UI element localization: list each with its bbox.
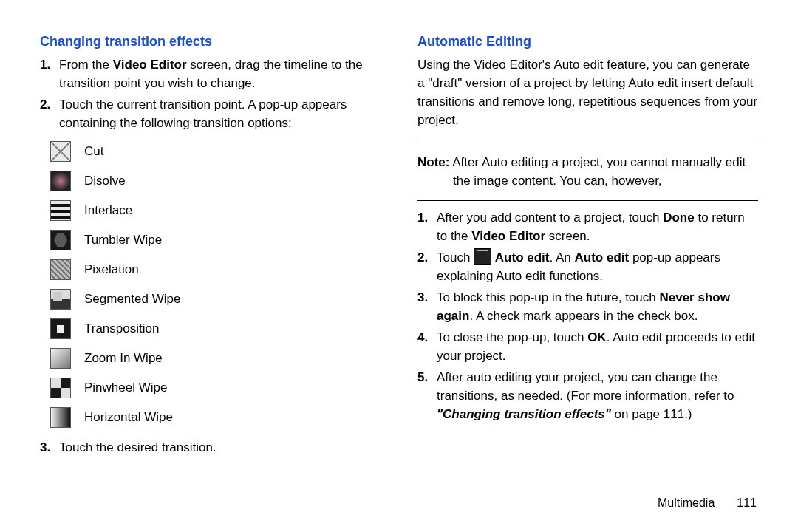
step-body: Touch Auto edit. An Auto edit pop-up app…	[437, 248, 758, 285]
divider	[417, 140, 758, 140]
transition-label: Interlace	[84, 203, 132, 218]
footer-page-number: 111	[737, 497, 757, 509]
transition-label: Horizontal Wipe	[84, 410, 173, 425]
text: . An	[549, 250, 574, 265]
step-body: After you add content to a project, touc…	[437, 208, 758, 245]
interlace-icon	[50, 200, 71, 221]
tumbler-wipe-icon	[50, 230, 71, 250]
step-body: After auto editing your project, you can…	[437, 368, 758, 423]
transition-label: Disolve	[84, 174, 126, 188]
step-number: 5.	[417, 368, 437, 423]
bold-text: Auto edit	[495, 250, 550, 265]
right-step-2: 2. Touch Auto edit. An Auto edit pop-up …	[417, 248, 758, 285]
transition-label: Pinwheel Wipe	[84, 381, 167, 395]
two-column-layout: Changing transition effects 1. From the …	[40, 34, 758, 460]
text: After auto editing your project, you can…	[437, 370, 734, 403]
page: Changing transition effects 1. From the …	[0, 0, 798, 532]
footer-section: Multimedia	[658, 497, 715, 509]
text: . A check mark appears in the check box.	[469, 309, 698, 323]
segmented-wipe-icon	[50, 289, 71, 310]
transition-segmented: Segmented Wipe	[50, 284, 381, 314]
step-number: 1.	[40, 55, 59, 92]
pinwheel-wipe-icon	[50, 378, 71, 398]
intro-paragraph: Using the Video Editor's Auto edit featu…	[417, 55, 758, 129]
horizontal-wipe-icon	[50, 407, 71, 428]
note-body: After Auto editing a project, you cannot…	[449, 155, 746, 188]
divider	[417, 200, 758, 201]
text: From the	[59, 58, 113, 72]
left-steps: 1. From the Video Editor screen, drag th…	[40, 55, 381, 132]
transposition-icon	[50, 318, 71, 339]
right-step-3: 3. To block this pop-up in the future, t…	[417, 288, 758, 325]
note-label: Note:	[417, 155, 449, 169]
text: Touch	[437, 250, 474, 265]
left-step-2: 2. Touch the current transition point. A…	[40, 95, 381, 132]
right-step-1: 1. After you add content to a project, t…	[417, 208, 758, 245]
transition-horizontal: Horizontal Wipe	[50, 403, 381, 432]
step-number: 3.	[40, 438, 59, 457]
bold-text: Done	[663, 211, 695, 225]
auto-edit-icon	[474, 248, 491, 265]
text: screen.	[545, 229, 590, 243]
right-column: Automatic Editing Using the Video Editor…	[417, 34, 758, 460]
text: To close the pop-up, touch	[437, 330, 587, 344]
step-number: 2.	[40, 95, 59, 132]
right-step-4: 4. To close the pop-up, touch OK. Auto e…	[417, 328, 758, 365]
pixelation-icon	[50, 259, 71, 280]
transition-transposition: Transposition	[50, 314, 381, 344]
text: To block this pop-up in the future, touc…	[437, 290, 659, 304]
step-body: To close the pop-up, touch OK. Auto edit…	[437, 328, 758, 365]
note-block: Note: After Auto editing a project, you …	[417, 153, 758, 190]
transition-disolve: Disolve	[50, 166, 381, 196]
step-number: 3.	[417, 288, 437, 325]
text: After you add content to a project, touc…	[437, 211, 663, 225]
bold-text: OK	[587, 330, 607, 344]
step-number: 2.	[417, 248, 437, 285]
heading-changing-transition: Changing transition effects	[40, 34, 381, 50]
heading-automatic-editing: Automatic Editing	[417, 34, 758, 50]
left-column: Changing transition effects 1. From the …	[40, 34, 381, 460]
transition-label: Cut	[84, 144, 103, 159]
bold-text: Auto edit	[575, 250, 630, 265]
transition-label: Segmented Wipe	[84, 292, 180, 307]
zoom-in-wipe-icon	[50, 348, 71, 369]
cut-icon	[50, 141, 71, 162]
step-number: 4.	[417, 328, 437, 365]
transition-cut: Cut	[50, 137, 381, 166]
disolve-icon	[50, 171, 71, 191]
step-body: Touch the desired transition.	[59, 438, 381, 457]
step-body: From the Video Editor screen, drag the t…	[59, 55, 381, 92]
transition-interlace: Interlace	[50, 196, 381, 225]
right-step-5: 5. After auto editing your project, you …	[417, 368, 758, 423]
left-steps-cont: 3. Touch the desired transition.	[40, 438, 381, 457]
transition-list: Cut Disolve Interlace Tumbler Wipe Pixel…	[50, 137, 381, 432]
transition-label: Transposition	[84, 321, 159, 336]
transition-pinwheel: Pinwheel Wipe	[50, 373, 381, 403]
transition-label: Tumbler Wipe	[84, 233, 162, 248]
transition-pixelation: Pixelation	[50, 255, 381, 284]
transition-label: Pixelation	[84, 262, 139, 277]
transition-zoom: Zoom In Wipe	[50, 344, 381, 373]
step-body: To block this pop-up in the future, touc…	[437, 288, 758, 325]
step-number: 1.	[417, 208, 437, 245]
transition-label: Zoom In Wipe	[84, 351, 163, 366]
bold-italic-text: "Changing transition effects"	[437, 407, 611, 421]
left-step-3: 3. Touch the desired transition.	[40, 438, 381, 457]
left-step-1: 1. From the Video Editor screen, drag th…	[40, 55, 381, 92]
step-body: Touch the current transition point. A po…	[59, 95, 381, 132]
transition-tumbler: Tumbler Wipe	[50, 225, 381, 255]
page-footer: Multimedia111	[658, 497, 757, 510]
text: on page 111.)	[611, 407, 692, 421]
bold-text: Video Editor	[113, 58, 187, 72]
right-steps: 1. After you add content to a project, t…	[417, 208, 758, 423]
bold-text: Video Editor	[471, 229, 545, 243]
